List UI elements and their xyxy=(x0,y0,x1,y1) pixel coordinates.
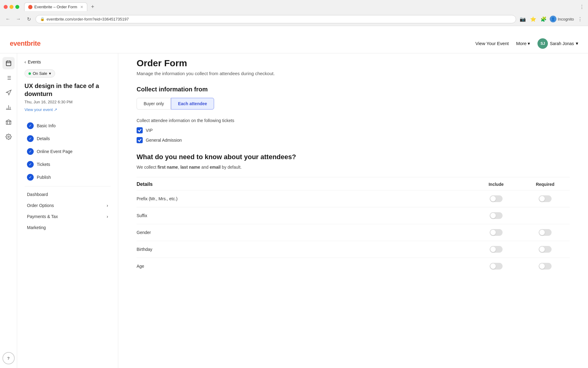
active-tab[interactable]: Eventbrite – Order Form ✕ xyxy=(24,2,87,11)
sidebar-label-online-event-page: Online Event Page xyxy=(37,149,73,154)
sidebar-item-payments-tax[interactable]: Payments & Tax › xyxy=(24,211,111,222)
sidebar-icon-help[interactable]: ? xyxy=(2,352,15,360)
tab-favicon xyxy=(28,5,32,9)
bookmark-button[interactable]: ⭐ xyxy=(529,15,537,23)
nav-divider xyxy=(24,186,111,186)
birthday-include-knob xyxy=(490,247,496,252)
vip-checkbox-row: VIP xyxy=(137,127,570,133)
sidebar-label-basic-info: Basic Info xyxy=(37,123,55,128)
vip-checkbox[interactable] xyxy=(137,127,143,133)
forward-button[interactable]: → xyxy=(14,15,23,23)
sidebar-icon-building[interactable] xyxy=(2,116,15,128)
age-required-switch[interactable] xyxy=(539,263,552,270)
general-admission-checkbox[interactable] xyxy=(137,137,143,143)
user-dropdown[interactable]: SJ Sarah Jonas ▾ xyxy=(537,38,578,49)
suffix-include-switch[interactable] xyxy=(490,212,503,219)
sidebar-item-marketing[interactable]: Marketing xyxy=(24,222,111,233)
birthday-include-toggle[interactable] xyxy=(472,246,521,253)
sidebar-icon-gear[interactable] xyxy=(2,131,15,143)
birthday-include-switch[interactable] xyxy=(490,246,503,253)
event-date: Thu, Jun 16, 2022 6:30 PM xyxy=(24,100,111,104)
collect-section-title: Collect information from xyxy=(137,86,570,93)
status-badge[interactable]: On Sale ▾ xyxy=(24,69,55,78)
attendees-title: What do you need to know about your atte… xyxy=(137,153,570,161)
browser-window-controls[interactable] xyxy=(4,5,19,9)
tab-close-button[interactable]: ✕ xyxy=(80,5,83,9)
external-link-icon: ↗ xyxy=(54,107,57,112)
eventbrite-logo[interactable]: eventbrite xyxy=(10,40,40,48)
prefix-include-switch[interactable] xyxy=(490,195,503,202)
age-required-toggle[interactable] xyxy=(521,263,570,270)
sidebar-item-basic-info[interactable]: ✓ Basic Info xyxy=(24,119,111,132)
sidebar-item-order-options[interactable]: Order Options › xyxy=(24,200,111,211)
back-button[interactable]: ← xyxy=(4,15,12,23)
birthday-required-switch[interactable] xyxy=(539,246,552,253)
sidebar-icon-chart[interactable] xyxy=(2,101,15,113)
age-include-switch[interactable] xyxy=(490,263,503,270)
more-menu[interactable]: More ▾ xyxy=(516,41,530,46)
user-chevron-icon: ▾ xyxy=(576,40,578,46)
app-header-left: eventbrite xyxy=(10,40,40,48)
svg-point-15 xyxy=(8,136,9,138)
view-your-event-link[interactable]: View Your Event xyxy=(475,41,509,46)
camera-off-button[interactable]: 📷 xyxy=(518,15,527,23)
table-row: Birthday xyxy=(137,241,570,258)
sidebar-item-dashboard[interactable]: Dashboard xyxy=(24,189,111,200)
sidebar-icon-calendar[interactable] xyxy=(2,57,15,69)
gender-include-switch[interactable] xyxy=(490,229,503,236)
browser-toolbar-actions[interactable]: 📷 ⭐ 🧩 👤 Incognito ⋮ xyxy=(518,15,584,23)
status-label: On Sale xyxy=(33,71,47,76)
sidebar-label-publish: Publish xyxy=(37,175,51,180)
gender-required-toggle[interactable] xyxy=(521,229,570,236)
sidebar-label-details: Details xyxy=(37,136,50,141)
birthday-required-toggle[interactable] xyxy=(521,246,570,253)
tab-title: Eventbrite – Order Form xyxy=(34,5,77,9)
sidebar-icon-megaphone[interactable] xyxy=(2,86,15,99)
gender-include-toggle[interactable] xyxy=(472,229,521,236)
check-icon-tickets: ✓ xyxy=(27,161,34,168)
include-column-header: Include xyxy=(472,182,521,187)
sidebar-item-publish[interactable]: ✓ Publish xyxy=(24,171,111,184)
browser-menu-button[interactable]: ⋮ xyxy=(579,4,584,10)
check-icon-publish: ✓ xyxy=(27,174,34,181)
view-event-link[interactable]: View your event ↗ xyxy=(24,107,57,112)
url-text: eventbrite.com/order-form?eid=3364517351… xyxy=(47,17,129,21)
details-column-header: Details xyxy=(137,182,472,187)
prefix-required-switch[interactable] xyxy=(539,195,552,202)
suffix-include-toggle[interactable] xyxy=(472,212,521,219)
sidebar-item-online-event-page[interactable]: ✓ Online Event Page xyxy=(24,145,111,158)
age-required-knob xyxy=(539,263,545,269)
close-button[interactable] xyxy=(4,5,8,9)
payments-tax-chevron-icon: › xyxy=(107,214,108,219)
prefix-include-toggle[interactable] xyxy=(472,195,521,202)
sidebar-item-tickets[interactable]: ✓ Tickets xyxy=(24,158,111,171)
age-include-toggle[interactable] xyxy=(472,263,521,270)
extension-button[interactable]: 🧩 xyxy=(539,15,548,23)
sidebar-item-details[interactable]: ✓ Details xyxy=(24,132,111,145)
maximize-button[interactable] xyxy=(15,5,19,9)
browser-navigation[interactable]: ← → ↻ xyxy=(4,15,33,23)
browser-more-button[interactable]: ⋮ xyxy=(576,15,584,23)
each-attendee-button[interactable]: Each attendee xyxy=(171,98,214,109)
row-label-birthday: Birthday xyxy=(137,247,472,252)
incognito-icon: 👤 xyxy=(550,16,556,22)
svg-rect-0 xyxy=(6,61,11,66)
sidebar-icon-list[interactable] xyxy=(2,72,15,84)
order-options-chevron-icon: › xyxy=(107,203,108,208)
back-link[interactable]: ‹ Events xyxy=(24,59,111,64)
status-dot xyxy=(28,72,31,75)
collect-toggle-group: Buyer only Each attendee xyxy=(137,98,570,109)
refresh-button[interactable]: ↻ xyxy=(24,15,33,23)
buyer-only-button[interactable]: Buyer only xyxy=(137,98,171,109)
page-subtitle: Manage the information you collect from … xyxy=(137,71,570,76)
suffix-include-knob xyxy=(490,213,496,218)
gender-required-switch[interactable] xyxy=(539,229,552,236)
url-bar[interactable]: 🔒 eventbrite.com/order-form?eid=33645173… xyxy=(36,15,516,23)
new-tab-button[interactable]: + xyxy=(89,4,97,10)
minimize-button[interactable] xyxy=(9,5,13,9)
gender-required-knob xyxy=(539,230,545,235)
user-initials: SJ xyxy=(541,41,545,46)
incognito-label: Incognito xyxy=(558,17,574,21)
prefix-required-toggle[interactable] xyxy=(521,195,570,202)
general-admission-label: General Admission xyxy=(146,138,182,143)
